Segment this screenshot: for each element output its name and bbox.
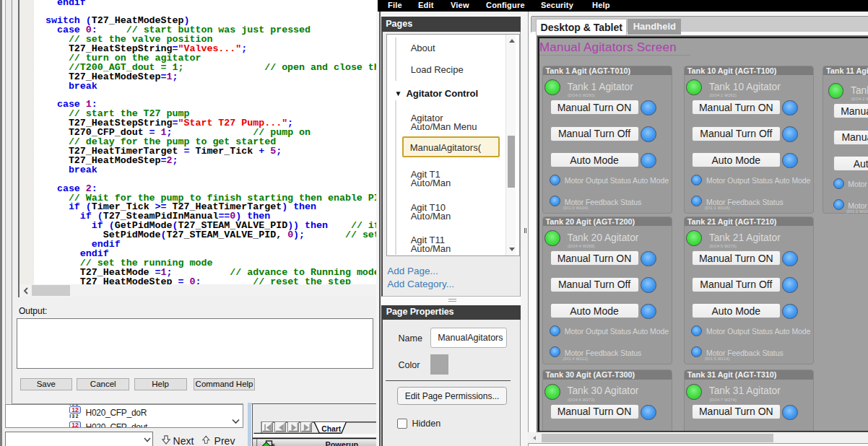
- svg-text:Powerup: Powerup: [326, 440, 359, 446]
- svg-text:F: F: [272, 442, 275, 446]
- svg-text:Chart: Chart: [321, 424, 341, 432]
